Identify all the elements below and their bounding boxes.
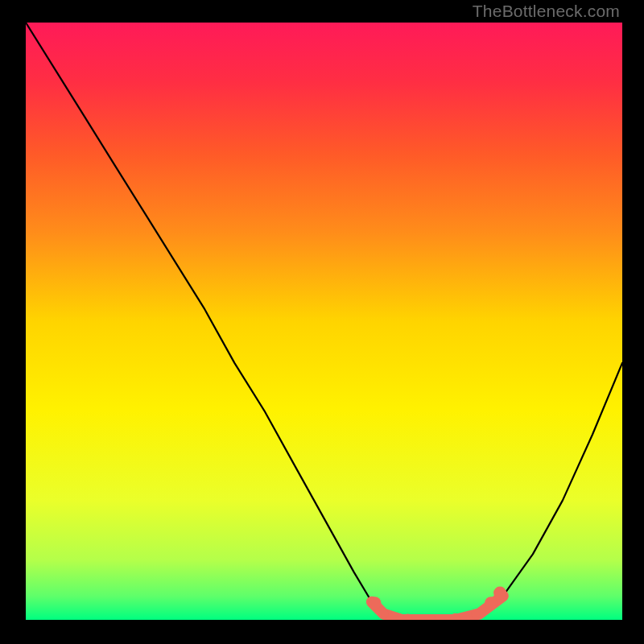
chart-container: TheBottleneck.com <box>0 0 644 644</box>
bottleneck-chart <box>0 0 644 644</box>
highlight-dot <box>493 587 506 600</box>
highlight-dot <box>369 597 382 609</box>
highlight-dot <box>402 614 412 624</box>
plot-background <box>26 23 622 620</box>
highlight-dot <box>472 609 481 619</box>
highlight-dot <box>451 613 460 623</box>
highlight-dot <box>485 597 497 609</box>
highlight-dot <box>427 615 436 625</box>
highlight-dot <box>379 609 389 619</box>
